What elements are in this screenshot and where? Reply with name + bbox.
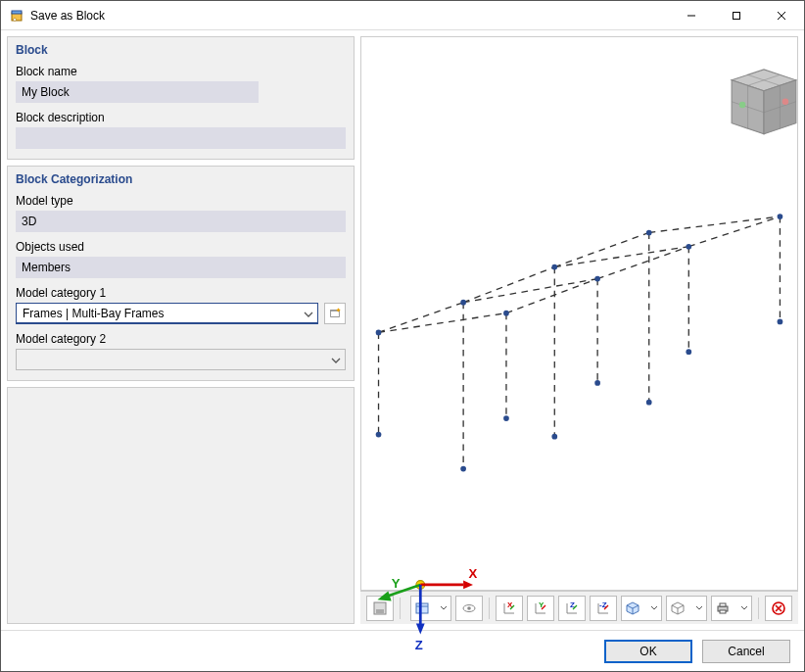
title-bar: Save as Block xyxy=(1,1,804,30)
categorization-panel-title: Block Categorization xyxy=(16,172,346,186)
svg-point-27 xyxy=(503,415,509,421)
save-as-block-window: Save as Block Block Block name My Block … xyxy=(0,0,805,672)
model-wireframe xyxy=(379,216,781,469)
svg-marker-41 xyxy=(416,623,425,634)
categorization-panel: Block Categorization Model type 3D Objec… xyxy=(7,166,355,381)
chevron-down-icon xyxy=(304,307,313,320)
model-type-label: Model type xyxy=(16,194,346,208)
block-panel-title: Block xyxy=(16,43,346,57)
new-category-button[interactable] xyxy=(324,303,346,324)
objects-used-label: Objects used xyxy=(16,240,346,254)
right-column: X Y Z xyxy=(360,36,798,624)
svg-point-20 xyxy=(594,276,600,282)
svg-point-29 xyxy=(686,349,691,355)
svg-point-21 xyxy=(686,244,691,250)
svg-point-30 xyxy=(778,319,783,325)
empty-panel xyxy=(7,387,355,624)
svg-point-17 xyxy=(782,98,789,105)
title-bar-left: Save as Block xyxy=(1,1,669,29)
preview-panel[interactable]: X Y Z xyxy=(360,36,798,591)
app-icon xyxy=(9,8,24,24)
close-button[interactable] xyxy=(759,1,804,29)
svg-rect-1 xyxy=(12,11,22,14)
chevron-down-icon xyxy=(331,353,341,366)
svg-point-18 xyxy=(739,102,746,109)
svg-point-31 xyxy=(376,432,382,438)
block-name-label: Block name xyxy=(16,65,346,78)
svg-point-26 xyxy=(646,230,652,236)
svg-marker-37 xyxy=(463,581,473,590)
axis-z-label: Z xyxy=(415,638,423,652)
block-name-input[interactable]: My Block xyxy=(16,81,259,103)
block-panel: Block Block name My Block Block descript… xyxy=(7,36,355,160)
axis-y-label: Y xyxy=(392,576,401,591)
model-type-value: 3D xyxy=(16,211,346,232)
model-preview[interactable]: X Y Z xyxy=(361,37,797,653)
objects-used-value: Members xyxy=(16,257,346,278)
svg-point-34 xyxy=(646,400,652,406)
category2-label: Model category 2 xyxy=(16,332,346,346)
window-title: Save as Block xyxy=(30,9,105,23)
block-description-input[interactable] xyxy=(16,127,346,149)
category1-combo-value: Frames | Multi-Bay Frames xyxy=(23,307,164,320)
svg-point-32 xyxy=(460,466,466,472)
svg-point-24 xyxy=(460,300,466,306)
svg-rect-4 xyxy=(734,12,740,19)
svg-point-2 xyxy=(14,18,17,21)
category1-combo[interactable]: Frames | Multi-Bay Frames xyxy=(16,303,318,324)
category2-combo[interactable] xyxy=(16,349,346,370)
svg-point-19 xyxy=(503,311,509,316)
content-area: Block Block name My Block Block descript… xyxy=(1,30,804,630)
axis-x-label: X xyxy=(469,566,478,581)
left-column: Block Block name My Block Block descript… xyxy=(7,36,355,624)
minimize-button[interactable] xyxy=(669,1,714,29)
svg-point-22 xyxy=(778,214,783,219)
category1-label: Model category 1 xyxy=(16,286,346,300)
model-nodes xyxy=(376,214,783,471)
svg-marker-39 xyxy=(377,592,391,601)
axis-triad: X Y Z xyxy=(377,566,477,651)
svg-point-33 xyxy=(551,434,557,440)
svg-point-25 xyxy=(551,264,557,270)
svg-point-23 xyxy=(376,330,382,336)
svg-point-28 xyxy=(594,380,600,386)
nav-cube[interactable] xyxy=(732,70,796,134)
block-description-label: Block description xyxy=(16,111,346,124)
maximize-button[interactable] xyxy=(714,1,759,29)
